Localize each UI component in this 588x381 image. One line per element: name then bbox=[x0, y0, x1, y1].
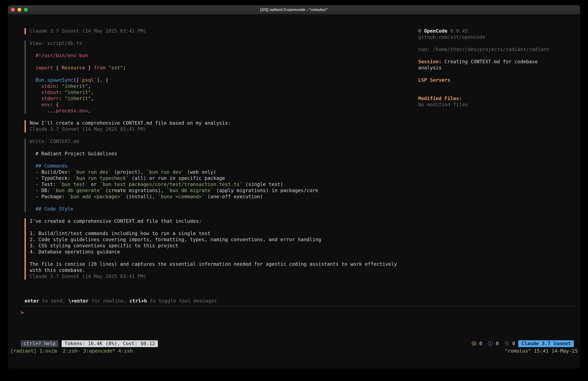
main-content: Claude 3.7 Sonnet (14 May 2025 03:41 PM)… bbox=[8, 15, 580, 286]
terminal-window: [2/3] radiant:3:opencode - "romulus" Cla… bbox=[8, 5, 580, 369]
prompt-input[interactable]: > bbox=[21, 310, 575, 316]
text-line: No modified files bbox=[418, 102, 575, 108]
text-line bbox=[30, 145, 418, 151]
text-line: Session: Creating CONTEXT.md for codebas… bbox=[418, 59, 575, 65]
text-line: Write: CONTEXT.md bbox=[30, 138, 418, 145]
text-line: cwd: /home/thdxr/dev/projects/radiant/ra… bbox=[418, 46, 575, 53]
text-line: stderr: "inherit", bbox=[30, 96, 418, 102]
text-line: Claude 3.7 Sonnet (14 May 2025 03:41 PM) bbox=[30, 273, 418, 280]
text-line: I've created a comprehensive CONTEXT.md … bbox=[30, 218, 418, 224]
text-line: env: { bbox=[30, 102, 418, 108]
text-line bbox=[418, 53, 575, 59]
text-line: Bun.spawnSync([`psql`], { bbox=[30, 77, 418, 83]
text-line: - TypeCheck: `bun run typecheck` (all) o… bbox=[30, 175, 418, 181]
text-line: 3. CSS styling conventions specific to t… bbox=[30, 243, 418, 249]
input-area: enter to send, \+enter for newline, ctrl… bbox=[8, 286, 580, 316]
window-titlebar[interactable]: [2/3] radiant:3:opencode - "romulus" bbox=[8, 5, 580, 15]
text-line: with this codebase. bbox=[30, 267, 418, 273]
text-line bbox=[30, 224, 418, 230]
text-line: - Test: `bun test` or `bun test packages… bbox=[30, 181, 418, 188]
text-line: ## Commands bbox=[30, 163, 418, 169]
tokens-cost-badge: Tokens: 16.4K (8%), Cost: $0.12 bbox=[62, 340, 158, 347]
text-line: Now I'll create a comprehensive CONTEXT.… bbox=[30, 120, 418, 126]
text-line: 4. Database operations guidance bbox=[30, 249, 418, 255]
tmux-session-info: "romulus" 15:41 14-May-25 bbox=[505, 348, 578, 354]
keyboard-hints: enter to send, \+enter for newline, ctrl… bbox=[24, 298, 575, 304]
text-line bbox=[30, 157, 418, 163]
text-line: # Radiant Project Guidelines bbox=[30, 151, 418, 157]
text-line: stdout: "inherit", bbox=[30, 90, 418, 96]
text-line bbox=[30, 46, 418, 53]
text-line: View: script/db.ts bbox=[30, 40, 418, 46]
text-line bbox=[418, 90, 575, 96]
text-line bbox=[30, 59, 418, 65]
text-line bbox=[418, 40, 575, 46]
text-line: Modified Files: bbox=[418, 96, 575, 102]
status-bar: ctrl+? help Tokens: 16.4K (8%), Cost: $0… bbox=[8, 340, 580, 347]
text-line: import { Resource } from "sst"; bbox=[30, 65, 418, 71]
text-line bbox=[418, 71, 575, 77]
prompt-symbol: > bbox=[21, 310, 23, 315]
text-line: 2. Code style guidelines covering import… bbox=[30, 237, 418, 243]
help-shortcut-badge[interactable]: ctrl+? help bbox=[21, 340, 59, 347]
diagnostics-indicators: Ⓦ 0 ⓘ 0 ⓗ 0 bbox=[471, 341, 515, 347]
text-line: © OpenCode 0.0.45 bbox=[418, 28, 575, 34]
text-line bbox=[30, 200, 418, 206]
text-line: ...process.env, bbox=[30, 108, 418, 114]
text-line: enter to send, \+enter for newline, ctrl… bbox=[24, 298, 575, 304]
traffic-lights bbox=[11, 5, 28, 14]
input-separator bbox=[21, 306, 574, 307]
tmux-status-bar: [radiant] 1:nvim 2:zsh- 3:opencode* 4:zs… bbox=[8, 348, 580, 355]
assistant-meta-block: Claude 3.7 Sonnet (14 May 2025 03:41 PM) bbox=[24, 28, 418, 34]
minimize-button[interactable] bbox=[18, 8, 21, 12]
assistant-message-block: Now I'll create a comprehensive CONTEXT.… bbox=[24, 120, 418, 132]
zoom-button[interactable] bbox=[24, 8, 28, 12]
text-line: ## Code Style bbox=[30, 206, 418, 212]
text-line: 1. Build/lint/test commands including ho… bbox=[30, 230, 418, 237]
desktop: [2/3] radiant:3:opencode - "romulus" Cla… bbox=[0, 0, 588, 381]
chat-area: Claude 3.7 Sonnet (14 May 2025 03:41 PM)… bbox=[21, 28, 418, 286]
text-line: Claude 3.7 Sonnet (14 May 2025 03:41 PM) bbox=[30, 126, 418, 132]
model-badge[interactable]: Claude 3.7 Sonnet bbox=[519, 340, 574, 347]
session-sidebar: © OpenCode 0.0.45github.com/sst/opencode… bbox=[418, 28, 575, 286]
text-line: LSP Servers bbox=[418, 77, 575, 83]
text-line: Ⓦ 0 ⓘ 0 ⓗ 0 bbox=[471, 341, 515, 346]
window-title: [2/3] radiant:3:opencode - "romulus" bbox=[260, 7, 328, 12]
text-line: - Build/Dev: `bun run dev` (project), `b… bbox=[30, 169, 418, 175]
text-line: Claude 3.7 Sonnet (14 May 2025 03:41 PM) bbox=[30, 28, 418, 34]
text-line: analysis bbox=[418, 65, 575, 71]
close-button[interactable] bbox=[11, 8, 15, 12]
text-line bbox=[30, 255, 418, 261]
opencode-app: Claude 3.7 Sonnet (14 May 2025 03:41 PM)… bbox=[8, 15, 580, 369]
text-line: - Package: `bun add <package>` (install)… bbox=[30, 194, 418, 200]
tmux-window-list[interactable]: [radiant] 1:nvim 2:zsh- 3:opencode* 4:zs… bbox=[10, 348, 133, 354]
text-line bbox=[30, 71, 418, 77]
text-line: - DB: `bun db generate` (create migratio… bbox=[30, 188, 418, 194]
empty-space bbox=[8, 316, 580, 340]
text-line: github.com/sst/opencode bbox=[418, 34, 575, 40]
tool-call-view-block: View: script/db.ts #!/usr/bin/env bun im… bbox=[24, 40, 418, 114]
text-line: #!/usr/bin/env bun bbox=[30, 53, 418, 59]
tool-call-write-block: Write: CONTEXT.md # Radiant Project Guid… bbox=[24, 138, 418, 212]
text-line bbox=[418, 83, 575, 90]
bottom-padding bbox=[8, 355, 580, 369]
text-line: The file is concise (20 lines) and captu… bbox=[30, 261, 418, 267]
assistant-summary-block: I've created a comprehensive CONTEXT.md … bbox=[24, 218, 418, 280]
text-line: stdin: "inherit", bbox=[30, 83, 418, 90]
